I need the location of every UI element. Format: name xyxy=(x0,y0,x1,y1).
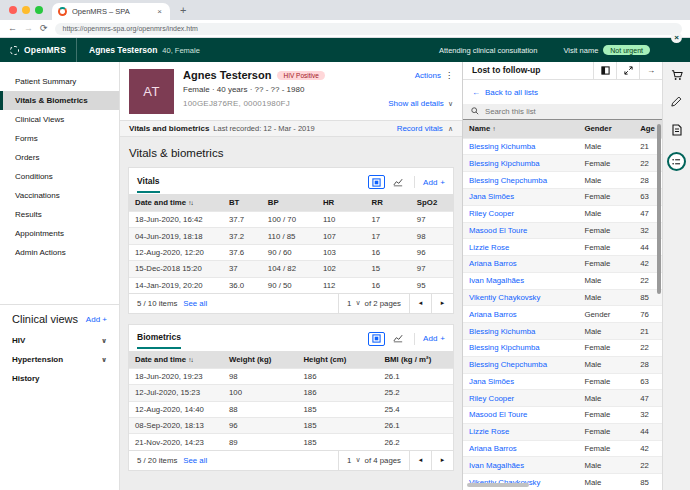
vertical-scrollbar[interactable] xyxy=(657,124,661,294)
patient-link[interactable]: Blessing Kipchumba xyxy=(463,155,578,172)
patient-link[interactable]: Ariana Barros xyxy=(463,256,578,273)
biometrics-row[interactable]: 18-Jun-2020, 19:239818626.1 xyxy=(129,368,453,384)
patient-link[interactable]: Ivan Magalhães xyxy=(463,272,578,289)
biometrics-row[interactable]: 21-Nov-2020, 14:238918526.2 xyxy=(129,434,453,450)
col-date-time[interactable]: Date and time ↑↓ xyxy=(129,351,223,369)
chart-view-toggle[interactable] xyxy=(389,175,406,189)
patient-row[interactable]: Vikentiy ChaykovskyMale85 xyxy=(463,474,662,490)
visit-notes-button[interactable] xyxy=(672,124,682,138)
patient-row[interactable]: Blessing KipchumbaFemale22 xyxy=(463,155,662,172)
minimize-window-button[interactable] xyxy=(22,6,30,14)
sidebar-item-patient-summary[interactable]: Patient Summary xyxy=(0,72,119,91)
clinical-view-hiv[interactable]: HIV ∨ xyxy=(0,331,119,350)
patient-row[interactable]: Ariana BarrosFemale42 xyxy=(463,440,662,457)
col-date-time[interactable]: Date and time ↑↓ xyxy=(129,194,223,212)
horizontal-scrollbar[interactable] xyxy=(467,483,529,487)
vitals-row[interactable]: 15-Dec-2018 15:2037104 / 821021597 xyxy=(129,261,453,277)
vitals-row[interactable]: 04-Jun-2019, 18:1837.2110 / 851071798 xyxy=(129,228,453,244)
col-rr[interactable]: RR xyxy=(366,194,411,212)
col-height[interactable]: Height (cm) xyxy=(297,351,378,369)
patient-row[interactable]: Lizzie RoseFemale44 xyxy=(463,239,662,256)
sidebar-item-admin-actions[interactable]: Admin Actions xyxy=(0,243,119,262)
col-hr[interactable]: HR xyxy=(317,194,366,212)
biometrics-see-all-link[interactable]: See all xyxy=(183,456,207,465)
col-bmi[interactable]: BMI (kg / m²) xyxy=(378,351,453,369)
patient-row[interactable]: Ivan MagalhãesMale22 xyxy=(463,272,662,289)
vitals-add-button[interactable]: Add + xyxy=(423,178,445,187)
patient-row[interactable]: Ariana BarrosFemale42 xyxy=(463,256,662,273)
biometrics-row[interactable]: 12-Aug-2020, 14:408818525.4 xyxy=(129,401,453,417)
reload-icon[interactable]: ⟳ xyxy=(40,24,48,33)
patient-link[interactable]: Blessing Kichumba xyxy=(463,323,578,340)
browser-tab[interactable]: OpenMRS – SPA × xyxy=(52,3,170,20)
forward-icon[interactable]: → xyxy=(24,24,33,33)
patient-row[interactable]: Blessing ChepchumbaMale28 xyxy=(463,172,662,189)
clinical-forms-button[interactable] xyxy=(671,97,682,110)
chart-view-toggle[interactable] xyxy=(389,332,406,346)
show-all-details-button[interactable]: Show all details ∨ xyxy=(388,99,453,108)
record-vitals-button[interactable]: Record vitals ∧ xyxy=(397,124,453,133)
patient-row[interactable]: Ariana BarrosGender76 xyxy=(463,306,662,323)
patient-link[interactable]: Masood El Toure xyxy=(463,407,578,424)
patient-row[interactable]: Riley CooperMale47 xyxy=(463,205,662,222)
patient-link[interactable]: Ivan Magalhães xyxy=(463,457,578,474)
sidebar-item-clinical-views[interactable]: Clinical Views xyxy=(0,110,119,129)
col-weight[interactable]: Weight (kg) xyxy=(223,351,298,369)
list-search-box[interactable] xyxy=(463,104,662,120)
patient-link[interactable]: Jana Simões xyxy=(463,373,578,390)
search-input[interactable] xyxy=(485,107,625,116)
patient-link[interactable]: Blessing Kichumba xyxy=(463,138,578,155)
patient-link[interactable]: Masood El Toure xyxy=(463,222,578,239)
sidebar-item-appointments[interactable]: Appointments xyxy=(0,224,119,243)
col-bt[interactable]: BT xyxy=(223,194,262,212)
table-view-toggle[interactable] xyxy=(368,332,385,346)
patient-link[interactable]: Ariana Barros xyxy=(463,306,578,323)
patient-link[interactable]: Blessing Chepchumba xyxy=(463,356,578,373)
patient-row[interactable]: Vikentiy ChaykovskyMale85 xyxy=(463,289,662,306)
patient-lists-button-active[interactable] xyxy=(667,152,686,171)
clinical-views-add-button[interactable]: Add + xyxy=(86,315,107,324)
sidebar-item-conditions[interactable]: Conditions xyxy=(0,167,119,186)
vitals-row[interactable]: 18-Jun-2020, 16:4237.7100 / 701101797 xyxy=(129,212,453,228)
dock-panel-button[interactable] xyxy=(593,62,616,79)
vitals-row[interactable]: 14-Jan-2019, 20:2036.090 / 501121695 xyxy=(129,277,453,293)
patient-link[interactable]: Jana Simões xyxy=(463,188,578,205)
patient-link[interactable]: Vikentiy Chaykovsky xyxy=(463,289,578,306)
close-tab-icon[interactable]: × xyxy=(155,7,164,16)
patient-row[interactable]: Blessing KichumbaMale21 xyxy=(463,138,662,155)
actions-button[interactable]: Actions ⋮ xyxy=(415,71,453,80)
biometrics-row[interactable]: 12-Jul-2020, 15:2310018625.2 xyxy=(129,385,453,401)
col-gender[interactable]: Gender xyxy=(578,120,634,139)
clinical-view-history[interactable]: History xyxy=(0,369,119,388)
sidebar-item-vitals-biometrics[interactable]: Vitals & Biometrics xyxy=(0,91,119,110)
sidebar-item-forms[interactable]: Forms xyxy=(0,129,119,148)
order-basket-button[interactable] xyxy=(671,70,683,83)
patient-row[interactable]: Lizzie RoseFemale44 xyxy=(463,423,662,440)
patient-link[interactable]: Blessing Chepchumba xyxy=(463,172,578,189)
col-spo2[interactable]: SpO2 xyxy=(411,194,453,212)
patient-row[interactable]: Jana SimõesFemale63 xyxy=(463,188,662,205)
sidebar-item-orders[interactable]: Orders xyxy=(0,148,119,167)
biometrics-prev-page-button[interactable]: ◂ xyxy=(409,451,431,470)
biometrics-next-page-button[interactable]: ▸ xyxy=(431,451,453,470)
biometrics-page-select[interactable]: 1 xyxy=(347,456,351,465)
patient-link[interactable]: Lizzie Rose xyxy=(463,423,578,440)
close-window-button[interactable] xyxy=(9,6,17,14)
patient-row[interactable]: Jana SimõesFemale63 xyxy=(463,373,662,390)
back-icon[interactable]: ← xyxy=(8,24,17,33)
new-tab-button[interactable]: + xyxy=(170,4,196,20)
patient-row[interactable]: Masood El ToureFemale32 xyxy=(463,222,662,239)
patient-link[interactable]: Riley Cooper xyxy=(463,205,578,222)
vitals-prev-page-button[interactable]: ◂ xyxy=(409,294,431,313)
sidebar-item-vaccinations[interactable]: Vaccinations xyxy=(0,186,119,205)
patient-row[interactable]: Masood El ToureFemale32 xyxy=(463,407,662,424)
biometrics-add-button[interactable]: Add + xyxy=(423,334,445,343)
clinical-view-hypertension[interactable]: Hypertension ∨ xyxy=(0,350,119,369)
biometrics-row[interactable]: 08-Sep-2020, 18:139618526.1 xyxy=(129,418,453,434)
patient-row[interactable]: Blessing KichumbaMale21 xyxy=(463,323,662,340)
table-view-toggle[interactable] xyxy=(368,175,385,189)
vitals-next-page-button[interactable]: ▸ xyxy=(431,294,453,313)
patient-link[interactable]: Vikentiy Chaykovsky xyxy=(463,474,578,490)
patient-row[interactable]: Blessing KipchumbaFemale22 xyxy=(463,339,662,356)
vitals-row[interactable]: 12-Aug-2020, 12:2037.690 / 601031696 xyxy=(129,244,453,260)
